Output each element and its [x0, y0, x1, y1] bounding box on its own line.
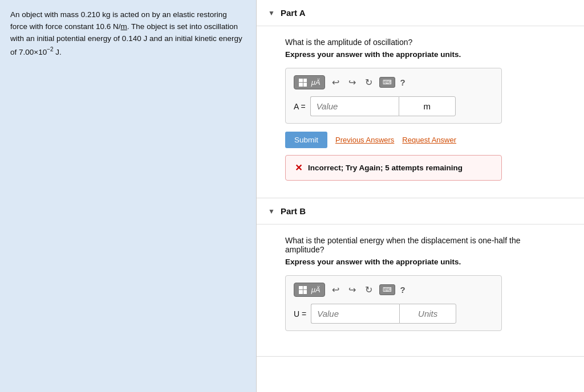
part-a-error-text: Incorrect; Try Again; 5 attempts remaini…	[308, 164, 463, 172]
part-b-answer-box: μÄ ↩ ↪ ↻ ⌨ ? U =	[285, 275, 502, 331]
grid-icon	[299, 79, 307, 87]
problem-text: An object with mass 0.210 kg is acted on…	[10, 9, 246, 58]
part-b-value-input[interactable]	[311, 304, 399, 324]
part-b-header[interactable]: ▼ Part B	[257, 198, 584, 224]
part-a-header[interactable]: ▼ Part A	[257, 0, 584, 26]
part-a-request-answer-button[interactable]: Request Answer	[402, 136, 456, 144]
part-a-previous-answers-button[interactable]: Previous Answers	[335, 136, 394, 144]
part-a-submit-button[interactable]: Submit	[285, 132, 327, 148]
part-a-symbol-label: μÄ	[311, 78, 321, 87]
part-a-error-icon: ✕	[295, 162, 302, 173]
part-a-content: What is the amplitude of oscillation? Ex…	[257, 26, 584, 198]
part-b-toolbar: μÄ ↩ ↪ ↻ ⌨ ?	[294, 283, 493, 297]
part-a-toolbar: μÄ ↩ ↪ ↻ ⌨ ?	[294, 75, 493, 89]
part-b-keyboard-button[interactable]: ⌨	[379, 284, 395, 295]
part-a-unit-input[interactable]	[399, 96, 456, 116]
part-b-question: What is the potential energy when the di…	[285, 236, 555, 254]
part-b-content: What is the potential energy when the di…	[257, 224, 584, 356]
part-a-question: What is the amplitude of oscillation?	[285, 38, 555, 47]
part-b-title: Part B	[281, 206, 306, 216]
part-a-section: ▼ Part A What is the amplitude of oscill…	[257, 0, 584, 198]
part-b-chevron-icon: ▼	[268, 207, 275, 215]
answers-panel: ▼ Part A What is the amplitude of oscill…	[257, 0, 584, 392]
part-b-input-label: U =	[294, 309, 306, 318]
part-b-input-row: U =	[294, 304, 493, 324]
part-a-instruction: Express your answer with the appropriate…	[285, 50, 555, 59]
part-b-grid-button[interactable]: μÄ	[294, 283, 325, 297]
part-a-refresh-button[interactable]: ↻	[363, 76, 375, 89]
part-a-error-box: ✕ Incorrect; Try Again; 5 attempts remai…	[285, 155, 502, 181]
part-a-title: Part A	[281, 8, 306, 18]
part-b-symbol-label: μÄ	[311, 285, 321, 294]
part-b-redo-button[interactable]: ↪	[346, 283, 358, 296]
part-a-grid-button[interactable]: μÄ	[294, 75, 325, 89]
part-a-value-input[interactable]	[310, 96, 399, 116]
grid-icon-b	[299, 286, 307, 294]
part-a-input-row: A =	[294, 96, 493, 116]
part-b-instruction: Express your answer with the appropriate…	[285, 258, 555, 266]
part-a-redo-button[interactable]: ↪	[346, 76, 358, 89]
part-b-unit-input[interactable]	[399, 304, 456, 324]
part-a-help-button[interactable]: ?	[400, 77, 405, 87]
part-b-help-button[interactable]: ?	[400, 285, 405, 295]
part-b-section: ▼ Part B What is the potential energy wh…	[257, 198, 584, 357]
part-a-undo-button[interactable]: ↩	[330, 76, 342, 89]
part-a-actions: Submit Previous Answers Request Answer	[285, 132, 555, 148]
part-a-chevron-icon: ▼	[268, 9, 275, 17]
part-b-undo-button[interactable]: ↩	[330, 283, 342, 296]
part-a-answer-box: μÄ ↩ ↪ ↻ ⌨ ? A =	[285, 68, 502, 124]
part-a-keyboard-button[interactable]: ⌨	[379, 77, 395, 88]
part-a-input-label: A =	[294, 102, 306, 111]
problem-panel: An object with mass 0.210 kg is acted on…	[0, 0, 257, 392]
part-b-refresh-button[interactable]: ↻	[363, 283, 375, 296]
